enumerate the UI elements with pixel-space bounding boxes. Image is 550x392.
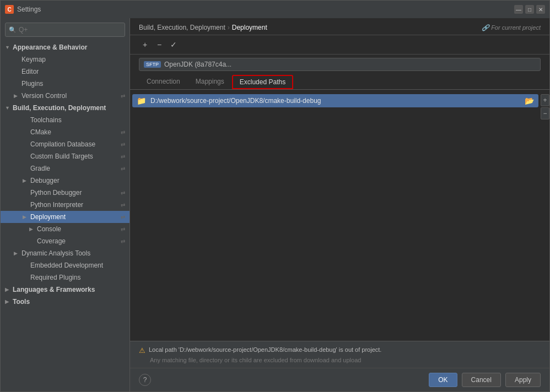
sync-icon: ⇄: [121, 238, 125, 244]
sidebar-item-editor[interactable]: Editor: [1, 66, 130, 78]
ok-button[interactable]: OK: [429, 373, 457, 387]
sync-icon: ⇄: [121, 154, 125, 160]
sidebar-item-keymap[interactable]: Keymap: [1, 53, 130, 66]
sidebar-item-label: Build, Execution, Deployment: [13, 104, 106, 112]
sidebar-item-label: Debugger: [30, 177, 60, 184]
breadcrumb-part1: Build, Execution, Deployment: [139, 24, 225, 31]
minimize-button[interactable]: —: [514, 5, 523, 14]
sidebar-item-embedded-dev[interactable]: Embedded Development: [1, 259, 130, 271]
sidebar-item-label: Dynamic Analysis Tools: [21, 249, 90, 257]
tab-connection[interactable]: Connection: [139, 74, 188, 90]
sidebar-item-dynamic-analysis[interactable]: ▶ Dynamic Analysis Tools: [1, 247, 130, 259]
paths-area: 📁 D:/webwork/source-project/OpenJDK8/cma…: [130, 90, 549, 341]
tab-mappings[interactable]: Mappings: [188, 74, 232, 90]
search-input[interactable]: [19, 26, 121, 34]
sidebar-item-label: Plugins: [21, 80, 43, 88]
search-container[interactable]: 🔍: [5, 23, 125, 37]
main-header: Build, Execution, Deployment › Deploymen…: [130, 18, 549, 35]
window-controls: — □ ✕: [514, 5, 545, 14]
sync-icon: ⇄: [121, 93, 125, 99]
sidebar-item-custom-build-targets[interactable]: Custom Build Targets ⇄: [1, 150, 130, 162]
sync-icon: ⇄: [121, 190, 125, 196]
status-warning: ⚠ Local path 'D:/webwork/source-project/…: [139, 346, 541, 355]
tabs-row: Connection Mappings Excluded Paths: [130, 74, 549, 90]
deployment-name: OpenJDK (8a787c4a...: [164, 61, 231, 68]
main-panel: Build, Execution, Deployment › Deploymen…: [130, 18, 549, 391]
maximize-button[interactable]: □: [525, 5, 534, 14]
sidebar-item-coverage[interactable]: Coverage ⇄: [1, 235, 130, 247]
apply-button[interactable]: Apply: [505, 373, 541, 387]
toolbar-row: + − ✓: [130, 35, 549, 55]
tab-excluded-paths[interactable]: Excluded Paths: [232, 75, 293, 89]
sftp-badge: SFTP: [144, 61, 161, 68]
sidebar-item-label: Coverage: [37, 237, 66, 245]
sidebar-item-appearance[interactable]: ▼ Appearance & Behavior: [1, 41, 130, 53]
sidebar-item-label: Languages & Frameworks: [13, 286, 95, 293]
sidebar-item-version-control[interactable]: ▶ Version Control ⇄: [1, 90, 130, 102]
sidebar-item-cmake[interactable]: CMake ⇄: [1, 126, 130, 138]
sidebar-item-debugger[interactable]: ▶ Debugger: [1, 175, 130, 187]
sidebar-item-label: Deployment: [30, 213, 66, 221]
sidebar-item-plugins[interactable]: Plugins: [1, 78, 130, 90]
add-button[interactable]: +: [139, 39, 151, 51]
arrow-icon: ▶: [29, 226, 35, 232]
sync-icon: ⇄: [121, 214, 125, 220]
sidebar-item-label: Embedded Development: [30, 262, 103, 269]
sidebar-item-build-execution[interactable]: ▼ Build, Execution, Deployment: [1, 102, 130, 114]
sidebar-item-deployment[interactable]: ▶ Deployment ⇄: [1, 211, 130, 223]
warning-icon: ⚠: [139, 346, 145, 355]
warning-text: Local path 'D:/webwork/source-project/Op…: [149, 346, 381, 354]
sidebar-item-label: Python Interpreter: [30, 201, 83, 209]
sync-icon: ⇄: [121, 129, 125, 135]
sidebar-item-label: Console: [37, 225, 61, 233]
folder-blue-icon: 📁: [137, 96, 146, 105]
help-button[interactable]: ?: [139, 374, 151, 386]
arrow-icon: ▼: [5, 45, 10, 50]
sidebar-item-label: Appearance & Behavior: [13, 43, 87, 51]
sidebar-item-label: Compilation Database: [30, 140, 95, 148]
sync-icon: ⇄: [121, 226, 125, 232]
sidebar-item-python-interpreter[interactable]: Python Interpreter ⇄: [1, 199, 130, 211]
sidebar-item-gradle[interactable]: Gradle ⇄: [1, 162, 130, 175]
sidebar-item-label: Editor: [21, 68, 39, 75]
sidebar-item-label: Required Plugins: [30, 274, 80, 281]
sidebar-item-languages[interactable]: ▶ Languages & Frameworks: [1, 284, 130, 296]
arrow-icon: ▼: [5, 105, 10, 111]
breadcrumb-active: Deployment: [232, 24, 267, 31]
arrow-icon: ▶: [23, 178, 28, 183]
title-bar: C Settings — □ ✕: [1, 1, 549, 18]
sidebar-item-tools[interactable]: ▶ Tools: [1, 296, 130, 308]
arrow-icon: ▶: [5, 299, 10, 304]
apply-edit-button[interactable]: ✓: [168, 39, 180, 51]
sidebar-item-required-plugins[interactable]: Required Plugins: [1, 271, 130, 284]
remove-button[interactable]: −: [153, 39, 165, 51]
sidebar-item-label: Custom Build Targets: [30, 153, 93, 160]
main-content: 🔍 ▼ Appearance & Behavior Keymap Editor …: [1, 18, 549, 391]
sidebar-item-compilation-db[interactable]: Compilation Database ⇄: [1, 138, 130, 150]
path-row[interactable]: 📁 D:/webwork/source-project/OpenJDK8/cma…: [132, 94, 538, 107]
arrow-icon: ▶: [14, 93, 19, 99]
close-button[interactable]: ✕: [536, 5, 545, 14]
bottom-bar: ? OK Cancel Apply: [130, 368, 549, 391]
sidebar-item-label: Python Debugger: [30, 189, 82, 197]
sync-icon: ⇄: [121, 202, 125, 208]
path-text: D:/webwork/source-project/OpenJDK8/cmake…: [150, 97, 520, 105]
deployment-entry[interactable]: SFTP OpenJDK (8a787c4a...: [139, 58, 541, 71]
sidebar-item-console[interactable]: ▶ Console ⇄: [1, 223, 130, 235]
side-buttons: + −: [541, 94, 549, 119]
cancel-button[interactable]: Cancel: [462, 373, 501, 387]
sidebar-item-label: Keymap: [21, 56, 46, 63]
browse-folder-icon[interactable]: 📂: [525, 96, 534, 105]
sidebar-item-python-debugger[interactable]: Python Debugger ⇄: [1, 187, 130, 199]
arrow-icon: ▶: [5, 287, 10, 292]
status-bar: ⚠ Local path 'D:/webwork/source-project/…: [130, 341, 549, 368]
arrow-icon: ▶: [14, 251, 19, 256]
arrow-icon: ▶: [23, 214, 28, 220]
add-path-button[interactable]: +: [541, 94, 549, 106]
status-hint: Any matching file, directory or its chil…: [139, 357, 541, 363]
sidebar-item-label: CMake: [30, 128, 51, 136]
remove-path-button[interactable]: −: [541, 107, 549, 119]
sidebar-item-label: Toolchains: [30, 116, 62, 124]
sync-icon: ⇄: [121, 166, 125, 172]
sidebar-item-toolchains[interactable]: Toolchains: [1, 114, 130, 126]
